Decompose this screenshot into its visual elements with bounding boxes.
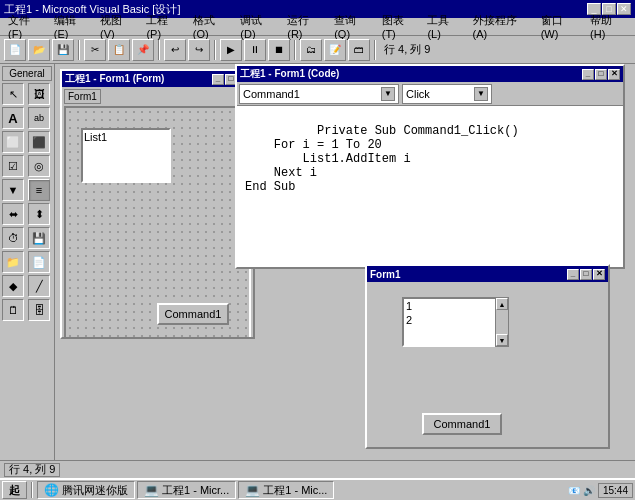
taskbar-item-vb1[interactable]: 💻 工程1 - Micr... [137, 481, 236, 499]
tool-dir[interactable]: 📁 [2, 251, 24, 273]
menu-project[interactable]: 工程(P) [142, 12, 186, 41]
toolbar-form-layout[interactable]: 🗃 [348, 39, 370, 61]
tool-radio[interactable]: ◎ [28, 155, 50, 177]
toolbar-proj-explorer[interactable]: 🗂 [300, 39, 322, 61]
toolbar-stop[interactable]: ⏹ [268, 39, 290, 61]
menu-format[interactable]: 格式(O) [189, 12, 235, 41]
tool-combo[interactable]: ▼ [2, 179, 24, 201]
tool-data[interactable]: 🗄 [28, 299, 50, 321]
toolbar-run[interactable]: ▶ [220, 39, 242, 61]
toolbar-new[interactable]: 📄 [4, 39, 26, 61]
menu-chart[interactable]: 图表(T) [378, 12, 422, 41]
taskbar: 起 🌐 腾讯网迷你版 💻 工程1 - Micr... 💻 工程1 - Mic..… [0, 478, 635, 500]
runtime-scrollbar[interactable]: ▲ ▼ [495, 297, 509, 347]
tool-shape[interactable]: ◆ [2, 275, 24, 297]
tool-timer[interactable]: ⏱ [2, 227, 24, 249]
toolbar-paste[interactable]: 📌 [132, 39, 154, 61]
taskbar-icon-vb1: 💻 [144, 483, 159, 497]
event-dropdown-value: Click [406, 88, 430, 100]
toolbar-open[interactable]: 📂 [28, 39, 50, 61]
workspace: 工程1 - Form1 (Form) _ □ ✕ Form1 List1 [55, 64, 635, 478]
code-close[interactable]: ✕ [608, 69, 620, 80]
code-titlebar: 工程1 - Form1 (Code) _ □ ✕ [237, 66, 623, 82]
tool-vscroll[interactable]: ⬍ [28, 203, 50, 225]
toolbar-pause[interactable]: ⏸ [244, 39, 266, 61]
code-content[interactable]: Private Sub Command1_Click() For i = 1 T… [237, 106, 623, 267]
object-dropdown[interactable]: Command1 ▼ [239, 84, 399, 104]
runtime-close[interactable]: ✕ [593, 269, 605, 280]
menu-run[interactable]: 运行(R) [283, 12, 328, 41]
menu-tools[interactable]: 工具(L) [423, 12, 466, 41]
scrollbar-down-btn[interactable]: ▼ [496, 334, 508, 346]
tray-icon-sound: 🔊 [583, 485, 595, 496]
runtime-minimize[interactable]: _ [567, 269, 579, 280]
tool-line[interactable]: ╱ [28, 275, 50, 297]
event-dropdown-arrow[interactable]: ▼ [474, 87, 488, 101]
menu-window[interactable]: 窗口(W) [537, 12, 584, 41]
taskbar-label-vb1: 工程1 - Micr... [162, 483, 229, 498]
object-dropdown-arrow[interactable]: ▼ [381, 87, 395, 101]
tray-icon-email: 📧 [568, 485, 580, 496]
tool-list[interactable]: ≡ [28, 179, 50, 201]
menu-query[interactable]: 查询(Q) [330, 12, 376, 41]
start-button[interactable]: 起 [2, 481, 27, 499]
menu-bar: 文件(F) 编辑(E) 视图(V) 工程(P) 格式(O) 调试(D) 运行(R… [0, 18, 635, 36]
toolbar-sep4 [294, 40, 296, 60]
toolbar-sep2 [158, 40, 160, 60]
code-minimize[interactable]: _ [582, 69, 594, 80]
tool-frame[interactable]: ⬜ [2, 131, 24, 153]
status-bar: 行 4, 列 9 [0, 460, 635, 478]
taskbar-item-tencent[interactable]: 🌐 腾讯网迷你版 [37, 481, 135, 499]
scrollbar-up-btn[interactable]: ▲ [496, 298, 508, 310]
toolbar-sep5 [374, 40, 376, 60]
toolbar-save[interactable]: 💾 [52, 39, 74, 61]
code-title: 工程1 - Form1 (Code) [240, 67, 339, 81]
object-dropdown-value: Command1 [243, 88, 300, 100]
tool-textbox[interactable]: ab [28, 107, 50, 129]
tool-picture[interactable]: 🖼 [28, 83, 50, 105]
form-design-title: 工程1 - Form1 (Form) [65, 72, 164, 86]
menu-debug[interactable]: 调试(D) [236, 12, 281, 41]
code-text: Private Sub Command1_Click() For i = 1 T… [245, 124, 519, 194]
form-design-minimize[interactable]: _ [212, 74, 224, 85]
event-dropdown[interactable]: Click ▼ [402, 84, 492, 104]
tool-image[interactable]: 🗒 [2, 299, 24, 321]
form-inner-title: Form1 [64, 89, 101, 104]
form-command-btn[interactable]: Command1 [157, 303, 229, 325]
menu-edit[interactable]: 编辑(E) [50, 12, 94, 41]
tool-button[interactable]: ⬛ [28, 131, 50, 153]
tool-hscroll[interactable]: ⬌ [2, 203, 24, 225]
runtime-list[interactable]: 1 2 [402, 297, 497, 347]
runtime-title: Form1 [370, 269, 401, 280]
tool-check[interactable]: ☑ [2, 155, 24, 177]
toolbar-properties[interactable]: 📝 [324, 39, 346, 61]
toolbar-undo[interactable]: ↩ [164, 39, 186, 61]
runtime-cmd-btn[interactable]: Command1 [422, 413, 502, 435]
status-rowcol: 行 4, 列 9 [4, 463, 60, 477]
form-inner[interactable]: List1 Command1 [64, 106, 251, 337]
taskbar-item-vb2[interactable]: 💻 工程1 - Mic... [238, 481, 334, 499]
toolbar-redo[interactable]: ↪ [188, 39, 210, 61]
form-listbox-label: List1 [84, 131, 107, 143]
tool-pointer[interactable]: ↖ [2, 83, 24, 105]
start-label: 起 [9, 483, 20, 498]
menu-file[interactable]: 文件(F) [4, 12, 48, 41]
tool-label[interactable]: A [2, 107, 24, 129]
menu-addins[interactable]: 外接程序(A) [469, 12, 535, 41]
form-design-content: Form1 List1 Command1 [62, 87, 253, 337]
runtime-maximize[interactable]: □ [580, 269, 592, 280]
toolbox-grid: ↖ 🖼 A ab ⬜ ⬛ ☑ ◎ ▼ ≡ ⬌ ⬍ ⏱ 💾 📁 📄 ◆ ╱ 🗒 🗄 [2, 83, 52, 321]
tool-file[interactable]: 📄 [28, 251, 50, 273]
code-toolbar: Command1 ▼ Click ▼ [237, 82, 623, 106]
tool-drive[interactable]: 💾 [28, 227, 50, 249]
toolbar-copy[interactable]: 📋 [108, 39, 130, 61]
taskbar-right: 📧 🔊 15:44 [568, 483, 633, 498]
form-listbox[interactable]: List1 [81, 128, 171, 183]
menu-help[interactable]: 帮助(H) [586, 12, 631, 41]
menu-view[interactable]: 视图(V) [96, 12, 140, 41]
code-maximize[interactable]: □ [595, 69, 607, 80]
toolbar-cut[interactable]: ✂ [84, 39, 106, 61]
runtime-window: Form1 _ □ ✕ 1 2 ▲ ▼ [365, 264, 610, 449]
main-area: General ↖ 🖼 A ab ⬜ ⬛ ☑ ◎ ▼ ≡ ⬌ ⬍ ⏱ 💾 📁 📄… [0, 64, 635, 478]
taskbar-label-tencent: 腾讯网迷你版 [62, 483, 128, 498]
